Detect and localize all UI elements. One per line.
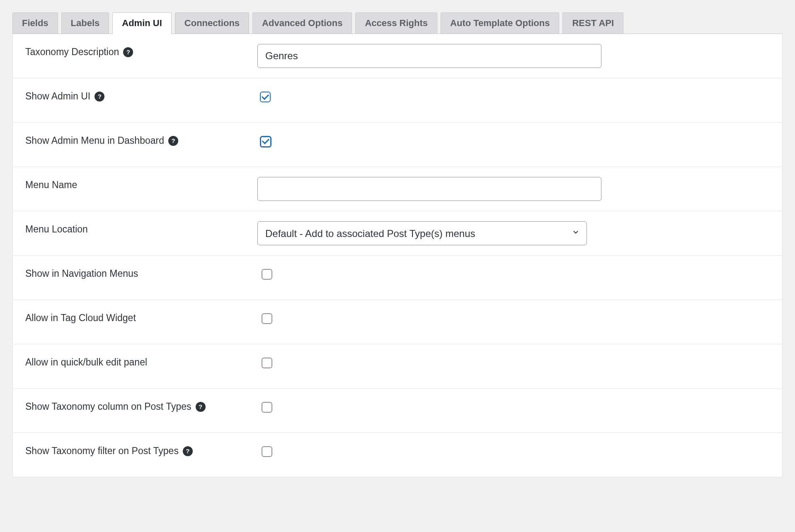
row-menu-name: Menu Name [13, 167, 782, 211]
checkbox-wrap [257, 443, 601, 467]
label-text: Taxonomy Description [25, 46, 119, 58]
show-tax-filter-checkbox[interactable] [262, 446, 272, 457]
checkbox-wrap [257, 354, 601, 378]
label-text: Show Taxonomy column on Post Types [25, 401, 191, 412]
help-icon[interactable]: ? [196, 402, 206, 412]
show-admin-ui-checkbox[interactable] [260, 92, 271, 102]
tabs-container: Fields Labels Admin UI Connections Advan… [12, 12, 783, 34]
label-menu-location: Menu Location [25, 221, 249, 235]
help-icon[interactable]: ? [95, 92, 104, 102]
row-menu-location: Menu Location Default - Add to associate… [13, 211, 782, 256]
label-text: Show Taxonomy filter on Post Types [25, 445, 179, 457]
label-taxonomy-description: Taxonomy Description ? [25, 44, 249, 58]
checkbox-wrap [257, 310, 601, 334]
label-text: Show Admin UI [25, 91, 90, 102]
tab-fields[interactable]: Fields [12, 12, 58, 34]
control-show-admin-menu-dashboard [257, 133, 770, 157]
label-show-admin-menu-dashboard: Show Admin Menu in Dashboard ? [25, 133, 249, 146]
label-show-tax-filter: Show Taxonomy filter on Post Types ? [25, 443, 249, 457]
label-menu-name: Menu Name [25, 177, 249, 191]
row-show-tax-column: Show Taxonomy column on Post Types ? [13, 389, 782, 433]
control-show-nav-menus [257, 266, 770, 290]
label-allow-tag-cloud: Allow in Tag Cloud Widget [25, 310, 249, 324]
control-taxonomy-description [257, 44, 770, 68]
checkbox-wrap [257, 399, 601, 423]
row-allow-quick-bulk: Allow in quick/bulk edit panel [13, 344, 782, 389]
label-text: Menu Location [25, 224, 88, 235]
select-wrap: Default - Add to associated Post Type(s)… [257, 221, 587, 245]
tab-labels[interactable]: Labels [61, 12, 109, 34]
label-text: Show Admin Menu in Dashboard [25, 135, 164, 146]
control-show-tax-column [257, 399, 770, 423]
checkbox-wrap [257, 133, 601, 157]
row-taxonomy-description: Taxonomy Description ? [13, 34, 782, 78]
taxonomy-description-input[interactable] [257, 44, 601, 68]
help-icon[interactable]: ? [168, 136, 178, 146]
row-show-admin-ui: Show Admin UI ? [13, 78, 782, 123]
label-show-admin-ui: Show Admin UI ? [25, 88, 249, 102]
help-icon[interactable]: ? [183, 446, 193, 456]
show-nav-menus-checkbox[interactable] [262, 269, 272, 280]
label-show-tax-column: Show Taxonomy column on Post Types ? [25, 399, 249, 412]
checkbox-wrap [257, 88, 601, 112]
control-allow-tag-cloud [257, 310, 770, 334]
row-show-admin-menu-dashboard: Show Admin Menu in Dashboard ? [13, 123, 782, 167]
label-text: Allow in Tag Cloud Widget [25, 312, 136, 324]
label-allow-quick-bulk: Allow in quick/bulk edit panel [25, 354, 249, 368]
show-admin-menu-dashboard-checkbox[interactable] [260, 136, 271, 148]
allow-tag-cloud-checkbox[interactable] [262, 313, 272, 324]
tab-auto-template-options[interactable]: Auto Template Options [441, 12, 559, 34]
label-text: Show in Navigation Menus [25, 268, 138, 279]
label-text: Allow in quick/bulk edit panel [25, 357, 147, 368]
control-allow-quick-bulk [257, 354, 770, 378]
control-menu-name [257, 177, 770, 201]
label-text: Menu Name [25, 179, 77, 191]
menu-location-select[interactable]: Default - Add to associated Post Type(s)… [257, 221, 587, 245]
allow-quick-bulk-checkbox[interactable] [262, 358, 272, 368]
show-tax-column-checkbox[interactable] [262, 402, 272, 413]
admin-ui-panel: Fields Labels Admin UI Connections Advan… [12, 12, 783, 477]
form-panel: Taxonomy Description ? Show Admin UI ? S… [12, 34, 783, 477]
row-allow-tag-cloud: Allow in Tag Cloud Widget [13, 300, 782, 344]
checkbox-wrap [257, 266, 601, 290]
control-menu-location: Default - Add to associated Post Type(s)… [257, 221, 770, 245]
tab-admin-ui[interactable]: Admin UI [112, 12, 172, 34]
menu-name-input[interactable] [257, 177, 601, 201]
help-icon[interactable]: ? [123, 47, 133, 57]
tab-rest-api[interactable]: REST API [562, 12, 623, 34]
tab-access-rights[interactable]: Access Rights [355, 12, 437, 34]
row-show-nav-menus: Show in Navigation Menus [13, 256, 782, 300]
control-show-tax-filter [257, 443, 770, 467]
control-show-admin-ui [257, 88, 770, 112]
label-show-nav-menus: Show in Navigation Menus [25, 266, 249, 279]
tab-connections[interactable]: Connections [175, 12, 249, 34]
tab-advanced-options[interactable]: Advanced Options [252, 12, 352, 34]
row-show-tax-filter: Show Taxonomy filter on Post Types ? [13, 433, 782, 477]
